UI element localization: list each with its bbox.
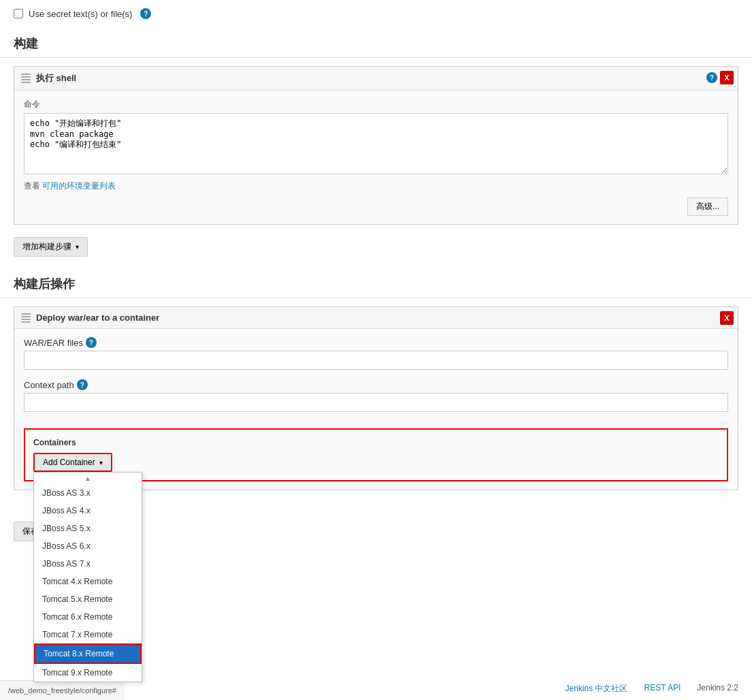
add-step-button[interactable]: 增加构建步骤 ▾ bbox=[14, 237, 88, 257]
add-container-arrow-icon: ▾ bbox=[99, 459, 103, 466]
dropdown-item-tomcat8[interactable]: Tomcat 8.x Remote bbox=[34, 643, 142, 664]
add-container-button[interactable]: Add Container ▾ bbox=[33, 453, 112, 472]
war-ear-help-icon[interactable]: ? bbox=[86, 337, 97, 348]
env-link[interactable]: 可用的环境变量列表 bbox=[42, 181, 116, 191]
dropdown-item-tomcat7[interactable]: Tomcat 7.x Remote bbox=[34, 626, 142, 643]
rest-api-link[interactable]: REST API bbox=[644, 683, 681, 695]
containers-label: Containers bbox=[33, 438, 719, 447]
dropdown-item-jboss3[interactable]: JBoss AS 3.x bbox=[34, 484, 142, 502]
shell-card-body: 命令 echo "开始编译和打包" mvn clean package echo… bbox=[14, 91, 738, 224]
add-container-label: Add Container bbox=[43, 458, 95, 467]
deploy-card-title: Deploy war/ear to a container bbox=[36, 313, 159, 323]
page-wrapper: Use secret text(s) or file(s) ? 构建 执行 sh… bbox=[0, 0, 752, 700]
container-dropdown-menu: ▲ JBoss AS 3.x JBoss AS 4.x JBoss AS 5.x… bbox=[33, 472, 142, 682]
deploy-drag-handle[interactable] bbox=[21, 313, 31, 323]
war-ear-input[interactable] bbox=[24, 351, 728, 370]
shell-card-header: 执行 shell bbox=[14, 67, 738, 91]
version-label: Jenkins 2.2 bbox=[697, 683, 738, 695]
advanced-row: 高级... bbox=[24, 192, 728, 216]
context-path-input[interactable] bbox=[24, 393, 728, 412]
env-link-prefix: 查看 bbox=[24, 181, 42, 191]
dropdown-item-jboss5[interactable]: JBoss AS 5.x bbox=[34, 520, 142, 537]
community-link[interactable]: Jenkins 中文社区 bbox=[565, 683, 627, 695]
deploy-card-header: Deploy war/ear to a container bbox=[14, 307, 738, 329]
dropdown-item-jboss7[interactable]: JBoss AS 7.x bbox=[34, 555, 142, 573]
build-section-header: 构建 bbox=[0, 25, 752, 58]
dropdown-arrow-up-icon: ▲ bbox=[34, 473, 142, 484]
command-textarea[interactable]: echo "开始编译和打包" mvn clean package echo "编… bbox=[24, 113, 728, 174]
containers-box: Containers Add Container ▾ ▲ JBoss AS 3.… bbox=[24, 428, 728, 481]
command-label: 命令 bbox=[24, 99, 40, 110]
add-step-label: 增加构建步骤 bbox=[22, 241, 71, 253]
dropdown-item-tomcat6[interactable]: Tomcat 6.x Remote bbox=[34, 608, 142, 626]
dropdown-item-tomcat9[interactable]: Tomcat 9.x Remote bbox=[34, 664, 142, 682]
secret-help-icon[interactable]: ? bbox=[140, 8, 151, 19]
command-label-row: 命令 bbox=[24, 99, 728, 110]
deploy-card: Deploy war/ear to a container X WAR/EAR … bbox=[14, 306, 738, 490]
secret-label: Use secret text(s) or file(s) bbox=[29, 9, 132, 19]
war-ear-label-row: WAR/EAR files ? bbox=[24, 337, 728, 348]
build-section: 执行 shell X ? 命令 echo "开始编译和打包" mvn clean… bbox=[0, 58, 752, 265]
footer: Jenkins 中文社区 REST API Jenkins 2.2 bbox=[551, 678, 752, 700]
secret-checkbox-row: Use secret text(s) or file(s) ? bbox=[0, 0, 752, 25]
context-path-label-row: Context path ? bbox=[24, 379, 728, 390]
add-step-arrow-icon: ▾ bbox=[76, 243, 79, 251]
secret-checkbox[interactable] bbox=[14, 9, 23, 18]
dropdown-item-tomcat5[interactable]: Tomcat 5.x Remote bbox=[34, 590, 142, 608]
post-build-section: Deploy war/ear to a container X WAR/EAR … bbox=[0, 298, 752, 508]
dropdown-item-jboss4[interactable]: JBoss AS 4.x bbox=[34, 502, 142, 520]
deploy-card-close-button[interactable]: X bbox=[720, 311, 734, 325]
post-build-section-header: 构建后操作 bbox=[0, 265, 752, 298]
shell-card-title: 执行 shell bbox=[36, 72, 76, 84]
context-path-label: Context path bbox=[24, 380, 74, 390]
deploy-card-body: WAR/EAR files ? Context path ? Container… bbox=[14, 329, 738, 490]
add-container-dropdown-wrapper: Add Container ▾ ▲ JBoss AS 3.x JBoss AS … bbox=[33, 453, 112, 472]
dropdown-item-tomcat4[interactable]: Tomcat 4.x Remote bbox=[34, 573, 142, 590]
war-ear-label: WAR/EAR files bbox=[24, 338, 83, 348]
env-link-row: 查看 可用的环境变量列表 bbox=[24, 180, 728, 192]
shell-card: 执行 shell X ? 命令 echo "开始编译和打包" mvn clean… bbox=[14, 66, 738, 225]
drag-handle[interactable] bbox=[21, 74, 31, 83]
dropdown-item-jboss6[interactable]: JBoss AS 6.x bbox=[34, 537, 142, 555]
footer-url: /web_demo_freestyle/configure# bbox=[0, 680, 125, 700]
advanced-button[interactable]: 高级... bbox=[687, 197, 728, 216]
shell-card-help-icon[interactable]: ? bbox=[706, 72, 717, 83]
context-path-help-icon[interactable]: ? bbox=[77, 379, 88, 390]
shell-card-close-button[interactable]: X bbox=[720, 71, 734, 84]
